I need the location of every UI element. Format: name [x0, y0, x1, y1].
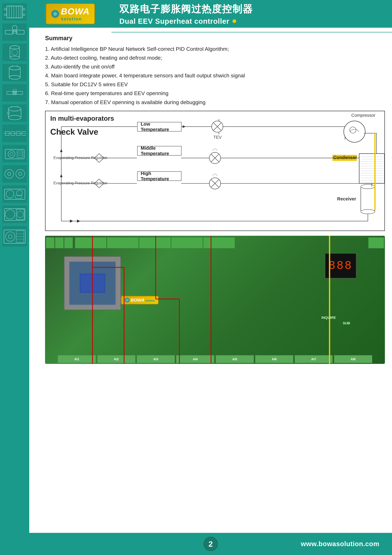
circuit-diagram: Compressor	[45, 111, 385, 231]
display-value: 888	[328, 259, 353, 272]
svg-point-14	[12, 25, 17, 30]
svg-point-7	[4, 8, 6, 10]
summary-section: Summary 1. Artificial Intelligence BP Ne…	[45, 35, 385, 107]
sidebar-product-3	[2, 44, 27, 61]
svg-rect-90	[359, 154, 385, 183]
conn-ai6: AI6	[255, 355, 293, 363]
diagram-box: Compressor	[45, 111, 385, 231]
summary-item-3: 3. Auto-identify the unit on/off	[45, 62, 385, 71]
summary-item-7: 7. Manual operation of EEV openning is a…	[45, 98, 385, 107]
temp-box-high: High Temperature	[137, 171, 181, 181]
svg-rect-11	[5, 30, 13, 34]
sidebar-product-4	[2, 64, 27, 81]
svg-text:TEV: TEV	[213, 135, 222, 140]
page-header: BOWA solution 双路电子膨胀阀过热度控制器 Dual EEV Sup…	[29, 0, 392, 28]
board-logo-circle	[125, 298, 130, 303]
svg-rect-50	[17, 151, 23, 158]
conn-ai1: AI1	[58, 355, 96, 363]
sidebar-product-11	[2, 206, 27, 223]
svg-point-10	[23, 14, 25, 16]
board-logo: BOWA solution	[121, 296, 158, 304]
svg-marker-114	[60, 149, 63, 152]
summary-list: 1. Artificial Intelligence BP Neural Net…	[45, 44, 385, 107]
conn-ai7: AI7	[295, 355, 333, 363]
digital-display: 888	[325, 253, 356, 278]
svg-point-65	[17, 211, 23, 218]
svg-point-117	[209, 152, 221, 164]
page-number-badge: 2	[204, 537, 218, 551]
logo-box: BOWA solution	[46, 3, 95, 24]
svg-point-107	[361, 210, 375, 214]
summary-heading: Summary	[45, 35, 385, 42]
bottom-connectors: AI1 AI2 AI3 AI4 AI5 AI6 AI7	[58, 355, 372, 363]
transformer-block	[64, 256, 121, 310]
temp-box-mid: Middle Temperature	[137, 146, 181, 155]
svg-point-85	[344, 121, 365, 142]
svg-point-123	[209, 178, 221, 189]
svg-point-24	[9, 75, 20, 79]
page-footer: 2 www.bowasolution.com	[29, 533, 392, 555]
svg-point-36	[8, 115, 21, 120]
connector-group-5	[203, 237, 235, 248]
svg-point-22	[12, 50, 18, 55]
transformer-core	[69, 262, 116, 305]
svg-point-60	[17, 190, 22, 196]
svg-point-23	[9, 66, 20, 70]
svg-point-9	[23, 8, 25, 10]
svg-line-82	[214, 123, 221, 130]
svg-text:Compressor: Compressor	[351, 113, 375, 118]
svg-line-81	[214, 123, 221, 130]
sidebar-product-12	[2, 226, 27, 247]
svg-point-35	[8, 107, 21, 111]
website-url: www.bowasolution.com	[301, 540, 379, 548]
summary-item-4: 4. Main board integrate power, 4 tempera…	[45, 71, 385, 80]
connector-group-4	[171, 237, 203, 248]
conn-ai8: AI8	[334, 355, 372, 363]
summary-item-5: 5. Suitable for DC12V 5 wires EEV	[45, 80, 385, 89]
board-inner: 888 BOWA solution AI	[45, 236, 385, 364]
svg-line-119	[211, 154, 219, 162]
svg-marker-130	[70, 219, 73, 223]
connector-1	[46, 237, 55, 248]
connector-group-1	[75, 237, 107, 248]
brand-name: BOWA	[61, 6, 90, 16]
header-divider	[111, 28, 392, 32]
svg-marker-79	[183, 125, 186, 128]
brand-tagline: solution	[61, 16, 90, 22]
sub-label: SUB	[343, 321, 350, 325]
svg-point-8	[4, 14, 6, 16]
svg-text:Receiver: Receiver	[337, 196, 356, 201]
summary-item-2: 2. Auto-detect cooling, heating and defr…	[45, 53, 385, 62]
svg-point-137	[127, 300, 127, 300]
sidebar-product-8	[2, 145, 27, 162]
summary-item-1: 1. Artificial Intelligence BP Neural Net…	[45, 44, 385, 53]
title-chinese: 双路电子膨胀阀过热度控制器	[119, 2, 384, 16]
svg-text:Condenser: Condenser	[333, 155, 357, 160]
svg-point-59	[6, 190, 14, 198]
conn-ai2: AI2	[97, 355, 135, 363]
svg-point-75	[55, 13, 56, 15]
left-sidebar	[0, 0, 29, 555]
sidebar-product-9	[2, 165, 27, 183]
sidebar-product-10	[2, 185, 27, 203]
connector-3	[64, 237, 73, 248]
svg-line-124	[211, 180, 219, 187]
inquire-label: INQUIRE	[321, 316, 336, 320]
conn-ai3: AI3	[137, 355, 175, 363]
svg-rect-103	[332, 155, 357, 161]
summary-item-6: 6. Real-time query temperatures and EEV …	[45, 89, 385, 98]
transformer-coil	[80, 274, 105, 293]
svg-rect-105	[361, 187, 375, 212]
evap-regulator-label-1: Evaporating Pressure Regulator	[53, 155, 107, 160]
connector-group-6	[368, 237, 384, 248]
logo-circle	[51, 10, 59, 18]
svg-line-118	[211, 154, 219, 162]
svg-point-56	[16, 169, 25, 178]
board-connectors-top	[45, 236, 385, 250]
svg-point-87	[350, 127, 356, 133]
svg-marker-129	[77, 219, 80, 223]
evap-regulator-label-2: Evaporating Pressure Regulator	[53, 181, 107, 185]
connector-2	[55, 237, 64, 248]
svg-point-16	[10, 46, 19, 49]
diagram-multi-label: In multi-evaporators	[50, 115, 114, 122]
